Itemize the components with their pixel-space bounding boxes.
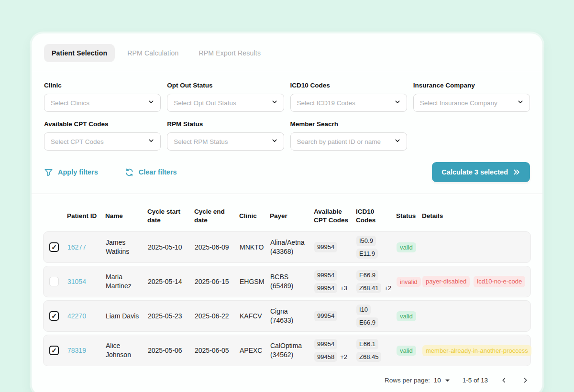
actions-row: Apply filters Clear filters Calculate 3 … xyxy=(32,152,542,194)
code-badge: 99954 xyxy=(314,339,337,349)
status-badge-cell: valid xyxy=(397,346,422,355)
more-codes-label: +2 xyxy=(340,353,347,361)
cpt-codes: 9995499954+3 xyxy=(314,270,356,293)
details-cell: payer-disabledicd10-no-e-code xyxy=(422,276,530,287)
patient-name: Liam Davis xyxy=(106,312,148,321)
filter-label: RPM Status xyxy=(167,120,284,128)
payer-name: Alina/Aetna (43368) xyxy=(270,238,314,256)
filter-placeholder: Select Opt Out Status xyxy=(174,99,236,107)
rows-per-page-select[interactable]: Rows per page: 10 xyxy=(385,377,450,384)
apply-filters-label: Apply filters xyxy=(58,168,98,176)
rows-per-page-value: 10 xyxy=(434,377,441,384)
chevron-down-icon xyxy=(271,137,278,146)
code-badge: 99954 xyxy=(314,270,337,281)
status-badge-cell: invalid xyxy=(397,277,422,286)
table-body: ✓16277James Watkins2025-05-102025-06-09M… xyxy=(43,231,531,366)
filter-label: Clinic xyxy=(44,82,161,89)
code-badge: E11.9 xyxy=(356,249,378,259)
column-header-patient-id: Patient ID xyxy=(67,212,105,220)
filter-opt-out-status: Opt Out StatusSelect Opt Out Status xyxy=(167,82,284,112)
filter-label: Available CPT Codes xyxy=(44,120,161,128)
row-checkbox[interactable]: ✓ xyxy=(49,311,59,321)
cpt-codes: 99954 xyxy=(314,311,356,321)
cpt-codes: 99954 xyxy=(314,242,356,252)
filter-select[interactable]: Select CPT Codes xyxy=(44,132,161,151)
status-badge: invalid xyxy=(397,277,421,287)
status-badge-cell: valid xyxy=(397,312,422,321)
filter-label: Member Seacrh xyxy=(290,120,407,128)
clinic-code: APEXC xyxy=(240,346,270,355)
row-checkbox[interactable] xyxy=(49,277,59,286)
patient-id-link[interactable]: 42270 xyxy=(67,312,86,320)
main-card: Patient SelectionRPM CalculationRPM Expo… xyxy=(32,33,542,392)
filter-select[interactable]: Select RPM Status xyxy=(167,132,284,151)
row-checkbox[interactable]: ✓ xyxy=(49,242,59,252)
clear-filters-label: Clear filters xyxy=(139,168,177,176)
patients-table: Patient IDNameCycle start dateCycle end … xyxy=(32,194,542,366)
calculate-button[interactable]: Calculate 3 selected xyxy=(432,162,530,182)
filter-select[interactable]: Select Insurance Company xyxy=(413,94,530,112)
filter-select[interactable]: Select Clinics xyxy=(44,94,161,112)
code-badge: E66.9 xyxy=(356,270,378,281)
chevron-down-icon xyxy=(148,98,155,107)
code-badge: E66.9 xyxy=(356,317,378,328)
tab-patient-selection[interactable]: Patient Selection xyxy=(44,44,115,62)
next-page-button[interactable] xyxy=(522,377,529,384)
status-badge: valid xyxy=(397,242,416,252)
code-badge: 99954 xyxy=(314,283,337,294)
icd10-codes: E66.1Z68.45 xyxy=(356,339,397,362)
patient-id-link[interactable]: 31054 xyxy=(67,278,86,285)
patient-name: Alice Johnson xyxy=(106,341,148,359)
code-badge: I50.9 xyxy=(356,236,376,246)
code-badge: 99954 xyxy=(314,242,337,252)
prev-page-button[interactable] xyxy=(500,377,508,384)
code-badge: 99458 xyxy=(314,352,337,362)
cycle-start-date: 2025-05-10 xyxy=(148,243,195,252)
calculate-label: Calculate 3 selected xyxy=(442,168,508,176)
column-header-cycle-end-date: Cycle end date xyxy=(194,207,239,224)
more-codes-label: +2 xyxy=(384,284,391,293)
tab-rpm-export-results[interactable]: RPM Export Results xyxy=(191,44,268,62)
patient-name: Maria Martinez xyxy=(106,272,148,291)
cycle-start-date: 2025-05-06 xyxy=(148,346,195,355)
table-row: 31054Maria Martinez2025-05-142025-06-15E… xyxy=(43,266,531,297)
clinic-code: MNKTO xyxy=(240,243,270,252)
filter-label: ICD10 Codes xyxy=(290,82,407,89)
table-row: ✓42270Liam Davis2025-05-232025-06-22KAFC… xyxy=(43,300,531,332)
column-header-cycle-start-date: Cycle start date xyxy=(147,207,194,224)
refresh-icon xyxy=(125,168,134,177)
filter-funnel-icon xyxy=(44,168,53,177)
patient-id-link[interactable]: 16277 xyxy=(67,243,86,251)
tab-rpm-calculation[interactable]: RPM Calculation xyxy=(120,44,186,62)
cycle-end-date: 2025-06-22 xyxy=(195,312,240,321)
filter-placeholder: Select RPM Status xyxy=(174,138,228,145)
chevron-down-icon xyxy=(517,98,524,107)
filter-select[interactable]: Select Opt Out Status xyxy=(167,94,284,112)
row-checkbox[interactable]: ✓ xyxy=(49,346,59,355)
column-header-clinic: Clinic xyxy=(239,212,270,220)
chevron-down-icon xyxy=(394,137,401,146)
icd10-codes: I10E66.9 xyxy=(356,305,397,327)
icd10-codes: I50.9E11.9 xyxy=(356,236,397,259)
filter-icd10-codes: ICD10 CodesSelect ICD19 Codes xyxy=(290,82,407,112)
filter-placeholder: Select CPT Codes xyxy=(51,138,104,145)
payer-name: Cigna (74633) xyxy=(270,307,314,325)
apply-filters-button[interactable]: Apply filters xyxy=(44,168,98,177)
filters-section: ClinicSelect ClinicsOpt Out StatusSelect… xyxy=(32,71,542,152)
filter-placeholder: Select Insurance Company xyxy=(420,99,497,107)
more-codes-label: +3 xyxy=(340,284,347,293)
filter-select[interactable]: Select ICD19 Codes xyxy=(290,94,407,112)
filter-placeholder: Select ICD19 Codes xyxy=(297,99,355,107)
patient-id-link[interactable]: 78319 xyxy=(67,347,86,354)
cpt-codes: 9995499458+2 xyxy=(314,339,356,362)
status-badge-cell: valid xyxy=(397,243,422,252)
patient-name: James Watkins xyxy=(106,238,148,256)
filter-select[interactable]: Search by patient ID or name xyxy=(290,132,407,151)
clear-filters-button[interactable]: Clear filters xyxy=(125,168,177,177)
payer-name: BCBS (65489) xyxy=(270,272,314,291)
icd10-codes: E66.9Z68.41+2 xyxy=(356,270,397,293)
column-header-name: Name xyxy=(105,212,147,220)
column-header-icd10-codes: ICD10 Codes xyxy=(356,207,396,224)
rows-per-page-label: Rows per page: xyxy=(385,377,430,384)
chevron-down-icon xyxy=(394,98,401,107)
